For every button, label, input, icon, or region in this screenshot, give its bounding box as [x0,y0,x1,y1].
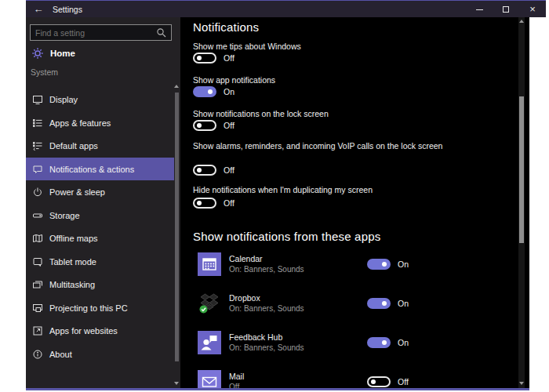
sidebar-item-label: Power & sleep [49,187,105,197]
sidebar-item-notifications-actions[interactable]: Notifications & actions [26,158,174,180]
page-title: Notifications [193,20,259,34]
main-content: Notifications Show me tips about Windows… [180,17,529,388]
app-detail: On: Banners, Sounds [229,343,304,352]
scroll-down-icon[interactable] [519,382,524,385]
app-detail: On: Banners, Sounds [229,265,304,274]
sidebar-scrollbar-thumb[interactable] [175,93,179,361]
gear-icon [31,47,44,60]
display-icon [32,94,43,105]
app-name: Dropbox [229,293,260,303]
sidebar-scrollbar[interactable] [174,83,180,388]
toggle-alarms[interactable] [193,165,216,176]
toggle-state: On [398,260,409,269]
search-input[interactable] [31,28,155,38]
dropbox-app-icon [198,292,221,315]
toggle-knob [382,262,387,267]
sidebar-item-label: About [49,350,72,359]
close-button[interactable]: × [519,1,546,18]
sidebar-item-label: Display [49,95,78,104]
toggle-calendar[interactable] [367,259,391,270]
toggle-state: Off [398,377,409,387]
app-name: Mail [229,372,244,381]
sidebar-item-label: Storage [49,211,80,220]
toggle-knob [197,168,202,172]
toggle-label-app-notifications: Show app notifications [193,75,275,85]
window-bottom-border [26,388,529,390]
sidebar-item-tablet-mode[interactable]: Tablet mode [26,250,174,273]
close-icon: × [529,1,536,18]
toggle-knob [371,379,376,384]
toggle-knob [208,89,213,94]
sidebar-item-label: Apps for websites [49,326,118,336]
sidebar-item-label: Notifications & actions [49,165,134,174]
app-name: Calendar [229,254,263,263]
sidebar-item-projecting[interactable]: Projecting to this PC [26,296,174,319]
toggle-knob [197,123,202,128]
toggle-label-hide-duplicating: Hide notifications when I'm duplicating … [193,185,373,195]
search-box[interactable] [30,24,172,41]
toggle-dropbox[interactable] [367,298,391,309]
toggle-knob [382,340,387,345]
toggle-lock-screen[interactable] [193,120,216,131]
projecting-icon [32,303,43,314]
apps-websites-icon [32,325,43,336]
maximize-button[interactable] [493,1,519,18]
sidebar-item-apps-websites[interactable]: Apps for websites [26,319,174,342]
maximize-icon [503,6,509,13]
storage-icon [32,210,43,221]
toggle-hide-duplicating[interactable] [193,198,216,209]
sidebar-item-home[interactable]: Home [31,45,174,61]
window-body: Home System Display Apps & features Defa… [26,17,529,388]
sidebar-item-apps-features[interactable]: Apps & features [26,111,174,134]
minimize-icon [476,9,483,10]
sidebar-item-storage[interactable]: Storage [26,204,174,227]
sidebar-item-display[interactable]: Display [26,88,174,111]
sidebar-item-offline-maps[interactable]: Offline maps [26,227,174,249]
toggle-state: On [224,87,235,96]
app-row-mail: Mail Off Off [180,370,518,388]
toggle-state: On [398,338,409,347]
toggle-state: Off [224,165,235,175]
toggle-app-notifications[interactable] [193,86,216,97]
content-scrollbar[interactable] [518,17,525,388]
search-icon [155,27,168,39]
window-title: Settings [53,1,82,18]
toggle-tips[interactable] [193,53,216,64]
settings-window: ← Settings × [0,0,549,392]
app-detail: On: Banners, Sounds [229,304,304,313]
scroll-up-icon[interactable] [519,20,524,23]
back-button[interactable]: ← [31,2,45,16]
tablet-mode-icon [32,256,43,267]
toggle-label-tips: Show me tips about Windows [193,42,301,52]
content-scrollbar-thumb[interactable] [519,96,524,243]
sidebar-item-default-apps[interactable]: Default apps [26,134,174,157]
sidebar-item-label: Default apps [49,141,98,151]
sidebar-item-about[interactable]: About [26,343,174,365]
multitasking-icon [32,279,43,290]
minimize-button[interactable] [466,1,493,18]
section-label-system: System [31,67,58,77]
toggle-label-lock-screen: Show notifications on the lock screen [193,109,329,119]
sidebar-item-label: Projecting to this PC [49,303,128,313]
about-icon [32,349,43,360]
app-row-dropbox: Dropbox On: Banners, Sounds On [180,292,518,315]
default-apps-icon [32,140,43,151]
sidebar-item-multitasking[interactable]: Multitasking [26,273,174,296]
toggle-label-alarms: Show alarms, reminders, and incoming VoI… [193,141,442,151]
toggle-feedback-hub[interactable] [367,337,391,348]
sidebar-item-label: Multitasking [49,280,95,289]
apps-section-heading: Show notifications from these apps [193,230,380,243]
toggle-knob [197,56,202,60]
app-detail: Off [229,383,239,388]
scroll-down-icon[interactable] [174,382,179,385]
calendar-app-icon [198,252,221,276]
sidebar-item-power-sleep[interactable]: Power & sleep [26,180,174,203]
toggle-knob [382,301,387,306]
toggle-mail[interactable] [367,376,391,387]
sidebar: Home System Display Apps & features Defa… [26,17,180,388]
toggle-state: Off [224,53,235,63]
apps-features-icon [32,118,43,129]
scroll-up-icon[interactable] [174,85,179,88]
sidebar-item-label: Apps & features [49,118,111,128]
app-name: Feedback Hub [229,332,282,342]
